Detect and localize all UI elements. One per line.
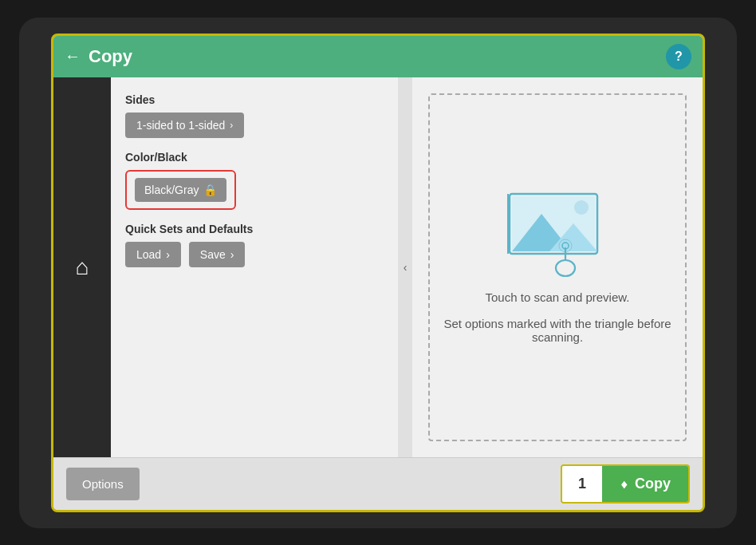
help-button[interactable]: ? [666,44,691,69]
load-button[interactable]: Load › [125,242,181,267]
svg-point-4 [574,200,589,215]
svg-point-6 [556,260,575,276]
save-label: Save [200,248,226,261]
sides-button[interactable]: 1-sided to 1-sided › [125,113,244,138]
color-section: Color/Black Black/Gray 🔒 [125,151,384,210]
quick-sets-label: Quick Sets and Defaults [125,223,384,235]
device-body: ← Copy ? ⌂ Sides 1-sided to 1-sided › Co… [19,18,737,528]
back-icon[interactable]: ← [65,47,81,65]
settings-panel: Sides 1-sided to 1-sided › Color/Black B… [111,77,398,457]
collapse-arrow-icon: ‹ [404,261,408,274]
copy-action-label: Copy [635,476,671,492]
header-bar: ← Copy ? [53,36,703,77]
preview-box[interactable]: Touch to scan and preview. Set options m… [428,93,687,441]
preview-panel[interactable]: Touch to scan and preview. Set options m… [412,77,703,457]
copy-count-display[interactable]: 1 [562,466,602,502]
load-arrow: › [166,248,170,261]
load-label: Load [136,248,161,261]
panel-divider[interactable]: ‹ [398,77,412,457]
color-button[interactable]: Black/Gray 🔒 [135,178,226,202]
scan-illustration [494,190,621,278]
home-button[interactable]: ⌂ [76,255,89,280]
color-label: Color/Black [125,151,384,164]
save-button[interactable]: Save › [189,242,246,267]
footer-bar: Options 1 ⬧ Copy [53,457,703,510]
preview-text-options: Set options marked with the triangle bef… [430,317,685,344]
sides-arrow: › [230,120,233,131]
color-value: Black/Gray [144,184,199,196]
screen: ← Copy ? ⌂ Sides 1-sided to 1-sided › Co… [51,34,705,512]
lock-icon: 🔒 [203,184,217,196]
left-sidebar: ⌂ [53,77,111,457]
preview-text-touch: Touch to scan and preview. [486,290,630,304]
color-border: Black/Gray 🔒 [125,170,236,210]
header-left: ← Copy [65,46,132,67]
sides-label: Sides [125,93,384,106]
options-button[interactable]: Options [66,468,140,500]
main-content: ⌂ Sides 1-sided to 1-sided › Color/Black… [53,77,703,457]
quick-sets-row: Load › Save › [125,242,384,267]
copy-diamond-icon: ⬧ [620,476,628,492]
save-arrow: › [230,248,234,261]
footer-right: 1 ⬧ Copy [561,464,690,504]
copy-action-button[interactable]: ⬧ Copy [602,466,688,502]
sides-value: 1-sided to 1-sided [136,119,225,132]
page-title: Copy [89,46,132,67]
